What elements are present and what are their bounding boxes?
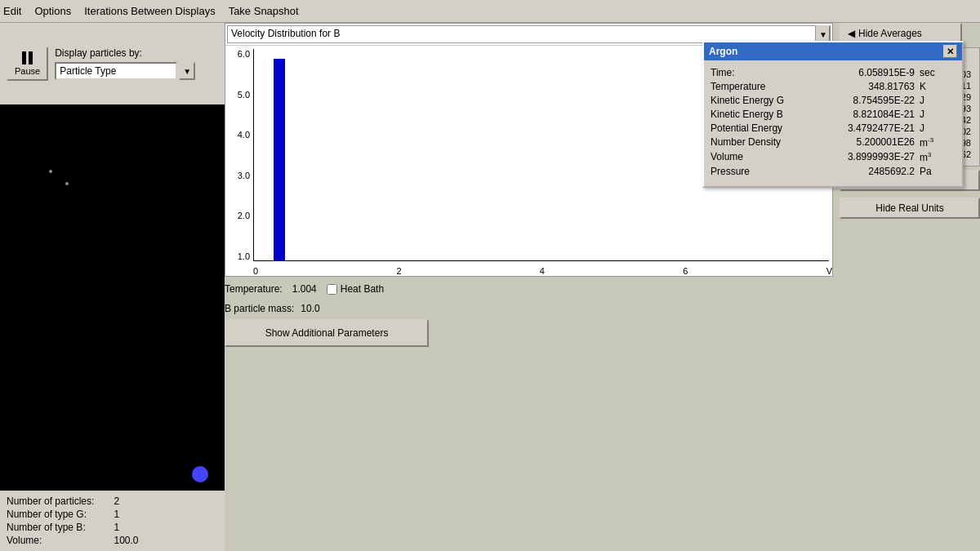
argon-val-pressure: 2485692.2 (817, 166, 915, 177)
argon-label-time: Time: (710, 67, 817, 78)
argon-val-volume: 3.8999993E-27 (817, 151, 915, 163)
show-additional-params-button[interactable]: Show Additional Parameters (225, 319, 429, 347)
menu-edit[interactable]: Edit (3, 5, 21, 17)
pause-icon (22, 51, 33, 64)
y-label-5: 5.0 (238, 90, 250, 100)
argon-label-ke-b: Kinetic Energy B (710, 109, 817, 120)
menu-options[interactable]: Options (34, 5, 71, 17)
particle-dot (49, 170, 52, 173)
argon-label-volume: Volume (710, 151, 817, 163)
argon-title: Argon (709, 46, 737, 57)
blue-particle (192, 466, 208, 482)
stat-value-volume: 100.0 (114, 535, 219, 546)
y-label-3: 3.0 (238, 171, 250, 180)
argon-row-ke-g: Kinetic Energy G 8.754595E-22 J (710, 95, 956, 106)
argon-val-ke-g: 8.754595E-22 (817, 95, 915, 106)
menu-bar: Edit Options Iterations Between Displays… (0, 0, 980, 23)
argon-val-ke-b: 8.821084E-21 (817, 109, 915, 120)
argon-row-volume: Volume 3.8999993E-27 m3 (710, 151, 956, 163)
argon-unit-temperature: K (915, 81, 956, 92)
pause-label: Pause (15, 66, 40, 76)
simulation-canvas (0, 104, 225, 491)
argon-label-pressure: Pressure (710, 166, 817, 177)
superscript-vol: 3 (928, 151, 931, 158)
temp-row: Temperature: 1.004 Heat Bath (225, 280, 833, 298)
argon-unit-ke-g: J (915, 95, 956, 106)
argon-row-temperature: Temperature 348.81763 K (710, 81, 956, 92)
argon-content: Time: 6.058915E-9 sec Temperature 348.81… (704, 60, 962, 186)
superscript-nd: -3 (928, 136, 933, 144)
argon-titlebar: Argon ✕ (704, 42, 962, 60)
y-label-2: 2.0 (238, 211, 250, 220)
heat-bath-checkbox[interactable] (327, 284, 337, 295)
y-label-6: 6.0 (238, 49, 250, 59)
stat-label-type-g: Number of type G: (7, 509, 111, 520)
temperature-label: Temperature: (225, 283, 283, 295)
argon-unit-nd: m-3 (915, 136, 956, 149)
stat-value-type-b: 1 (114, 522, 219, 533)
display-by-area: Display particles by: Particle Type ▼ (55, 47, 195, 80)
argon-label-temperature: Temperature (710, 81, 817, 92)
argon-val-pe: 3.4792477E-21 (817, 122, 915, 134)
x-label-4: 4 (540, 266, 545, 276)
argon-label-nd: Number Density (710, 136, 817, 149)
b-particle-value: 10.0 (301, 303, 319, 314)
x-label-6: 6 (683, 266, 688, 276)
argon-unit-volume: m3 (915, 151, 956, 163)
argon-row-nd: Number Density 5.200001E26 m-3 (710, 136, 956, 149)
pause-bar-left (22, 51, 26, 64)
display-by-label: Display particles by: (55, 47, 195, 59)
argon-val-nd: 5.200001E26 (817, 136, 915, 149)
heat-bath-label: Heat Bath (341, 283, 384, 295)
b-particle-row: B particle mass: 10.0 (225, 301, 833, 316)
menu-iterations[interactable]: Iterations Between Displays (84, 5, 215, 17)
argon-label-ke-g: Kinetic Energy G (710, 95, 817, 106)
select-arrow[interactable]: ▼ (179, 62, 195, 80)
stat-label-volume: Volume: (7, 535, 111, 546)
argon-unit-pe: J (915, 122, 956, 134)
argon-unit-pressure: Pa (915, 166, 956, 177)
stat-label-particles: Number of particles: (7, 495, 111, 507)
argon-close-button[interactable]: ✕ (943, 45, 957, 58)
x-label-2: 2 (396, 266, 401, 276)
argon-unit-time: sec (915, 67, 956, 78)
heat-bath-row: Heat Bath (327, 283, 384, 295)
argon-val-time: 6.058915E-9 (817, 67, 915, 78)
argon-row-pe: Potential Energy 3.4792477E-21 J (710, 122, 956, 134)
chevron-left-icon: ◀ (848, 28, 855, 39)
display-by-select: Particle Type ▼ (55, 62, 195, 80)
toolbar-area: Pause Display particles by: Particle Typ… (0, 23, 225, 104)
argon-row-pressure: Pressure 2485692.2 Pa (710, 166, 956, 177)
x-axis-labels: 0 2 4 6 V (225, 266, 832, 276)
argon-label-pe: Potential Energy (710, 122, 817, 134)
temperature-value: 1.004 (292, 283, 317, 295)
particle-dot (65, 182, 69, 185)
hide-real-units-button[interactable]: Hide Real Units (840, 198, 980, 219)
y-label-1: 1.0 (238, 251, 250, 261)
y-label-4: 4.0 (238, 130, 250, 140)
b-particle-label: B particle mass: (225, 303, 294, 314)
particle-type-select[interactable]: Particle Type (55, 62, 177, 80)
hide-averages-label: Hide Averages (858, 28, 922, 39)
x-label-v: V (826, 266, 832, 276)
menu-snapshot[interactable]: Take Snapshot (229, 5, 299, 17)
pause-bar-right (29, 51, 33, 64)
left-column: Pause Display particles by: Particle Typ… (0, 23, 225, 551)
stat-label-type-b: Number of type B: (7, 522, 111, 533)
argon-panel: Argon ✕ Time: 6.058915E-9 sec Temperatur… (702, 41, 964, 188)
stat-value-type-g: 1 (114, 509, 219, 520)
pause-button[interactable]: Pause (7, 47, 48, 81)
stats-area: Number of particles: 2 Number of type G:… (0, 491, 225, 551)
stat-value-particles: 2 (114, 495, 219, 507)
velocity-bar (274, 59, 285, 260)
argon-val-temperature: 348.81763 (817, 81, 915, 92)
argon-row-time: Time: 6.058915E-9 sec (710, 67, 956, 78)
argon-row-ke-b: Kinetic Energy B 8.821084E-21 J (710, 109, 956, 120)
y-axis: 6.0 5.0 4.0 3.0 2.0 1.0 (229, 49, 253, 261)
x-label-0: 0 (253, 266, 258, 276)
argon-unit-ke-b: J (915, 109, 956, 120)
